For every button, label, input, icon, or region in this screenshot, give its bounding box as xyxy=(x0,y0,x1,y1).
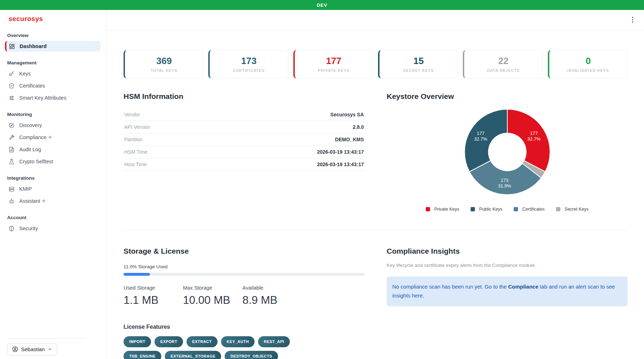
sidebar-item-compliance[interactable]: Compliance ✧ xyxy=(5,132,101,143)
sidebar-item-label: Audit Log xyxy=(19,147,41,152)
sidebar-item-label: Security xyxy=(19,226,38,231)
stat-value: 173 xyxy=(241,56,256,65)
storage-progress-bar xyxy=(124,273,365,276)
sidebar-footer: Sebastian xyxy=(0,338,106,359)
license-feature-badge-destroy_objects: DESTROY_OBJECTS xyxy=(225,351,278,359)
legend-item-private-keys[interactable]: Private Keys xyxy=(426,207,459,212)
legend-item-certificates[interactable]: Certificates xyxy=(514,207,545,212)
compliance-subtitle: Key lifecycle and certificate expiry ale… xyxy=(387,263,628,268)
sidebar-item-discovery[interactable]: Discovery xyxy=(5,120,101,131)
license-features-title: License Features xyxy=(124,324,365,330)
certificate-icon xyxy=(9,83,15,89)
legend-item-public-keys[interactable]: Public Keys xyxy=(471,207,502,212)
stat-label: SECRET KEYS xyxy=(403,68,434,73)
sidebar-item-kmip[interactable]: KMIP xyxy=(5,184,101,194)
hsm-info-value: 2026-03-19 13:43:17 xyxy=(317,162,364,167)
sidebar-item-label: Dashboard xyxy=(20,43,47,49)
storage-stat-available: Available8.9 MB xyxy=(242,285,302,307)
dashboard-content: 369TOTAL KEYS173CERTIFICATES177PRIVATE K… xyxy=(106,31,644,359)
storage-usage-label: 11.0% Storage Used xyxy=(124,264,365,269)
sidebar-item-label: Crypto Selftest xyxy=(19,159,53,164)
legend-swatch xyxy=(426,207,430,211)
sidebar-item-audit-log[interactable]: Audit Log xyxy=(5,144,101,155)
hsm-info-value: Securosys SA xyxy=(330,112,364,117)
legend-label: Secret Keys xyxy=(565,207,588,212)
sliders-icon xyxy=(9,95,15,101)
stat-label: TOTAL KEYS xyxy=(151,68,177,73)
key-icon xyxy=(9,71,15,77)
license-feature-badge-rest_api: REST_API xyxy=(258,336,290,347)
sidebar-item-assistant[interactable]: Assistant ✧ xyxy=(5,196,101,206)
sidebar-item-crypto-selftest[interactable]: Crypto Selftest xyxy=(5,156,101,167)
flask-icon xyxy=(9,159,15,165)
stat-card-certificates: 173CERTIFICATES xyxy=(208,50,288,79)
storage-stat-label: Used Storage xyxy=(124,285,183,291)
legend-swatch xyxy=(514,207,518,211)
storage-license-section: Storage & License 11.0% Storage Used Use… xyxy=(124,247,365,359)
gavel-icon xyxy=(9,134,15,141)
hsm-information-section: HSM Information VendorSecurosys SAAPI Ve… xyxy=(124,92,365,212)
license-feature-badge-extract: EXTRACT xyxy=(187,336,218,347)
license-feature-badge-tsb_engine: TSB_ENGINE xyxy=(124,351,161,359)
file-text-icon xyxy=(9,147,15,153)
compliance-tab-reference: Compliance xyxy=(508,284,538,290)
hsm-info-label: HSM Time xyxy=(124,149,147,155)
compliance-insights-section: Compliance Insights Key lifecycle and ce… xyxy=(387,247,628,359)
hsm-info-label: Partition xyxy=(124,137,142,142)
sidebar-item-label: Keys xyxy=(19,71,31,76)
storage-progress-fill xyxy=(124,273,150,276)
stat-value: 15 xyxy=(413,56,424,65)
compass-icon xyxy=(9,122,15,128)
keystore-donut-chart: 17732.7%17331.9%17732.7% xyxy=(387,106,628,198)
user-icon xyxy=(12,346,18,352)
sidebar-item-smart-key-attributes[interactable]: Smart Key Attributes xyxy=(5,93,101,103)
storage-stat-label: Max Storage xyxy=(183,285,242,291)
sidebar: securosys OverviewDashboardManagementKey… xyxy=(0,10,106,359)
hsm-info-row: API Version2.8.0 xyxy=(124,121,365,133)
license-feature-badge-import: IMPORT xyxy=(124,336,151,347)
stat-label: CERTIFICATES xyxy=(233,68,265,73)
dashboard-icon xyxy=(9,43,15,49)
keystore-overview-title: Keystore Overview xyxy=(387,92,628,101)
stat-value: 22 xyxy=(498,56,509,65)
legend-item-secret-keys[interactable]: Secret Keys xyxy=(556,207,588,212)
main-area: 369TOTAL KEYS173CERTIFICATES177PRIVATE K… xyxy=(106,10,644,359)
hsm-info-label: Host Time xyxy=(124,162,147,167)
storage-stat-max-storage: Max Storage10.00 MB xyxy=(183,285,242,307)
overflow-menu-button[interactable] xyxy=(628,15,637,25)
hsm-info-row: PartitionDEMO_KMS xyxy=(124,133,365,146)
stat-value: 177 xyxy=(326,56,341,65)
chart-legend: Private KeysPublic KeysCertificatesSecre… xyxy=(387,207,628,212)
section-divider xyxy=(124,230,628,231)
nav-section-label-management: Management xyxy=(0,60,106,65)
storage-stat-used-storage: Used Storage1.1 MB xyxy=(124,285,183,307)
sidebar-item-label: Compliance ✧ xyxy=(19,134,52,140)
stat-card-total-keys: 369TOTAL KEYS xyxy=(124,50,203,79)
stats-row: 369TOTAL KEYS173CERTIFICATES177PRIVATE K… xyxy=(124,50,628,79)
user-name: Sebastian xyxy=(21,346,45,352)
stat-value: 0 xyxy=(586,56,591,65)
compliance-alert-text: No compliance scan has been run yet. Go … xyxy=(392,284,508,290)
sidebar-item-dashboard[interactable]: Dashboard xyxy=(5,41,101,52)
user-menu-button[interactable]: Sebastian xyxy=(7,343,57,355)
stat-value: 369 xyxy=(156,56,172,65)
sidebar-item-security[interactable]: Security xyxy=(5,223,101,234)
environment-label: DEV xyxy=(317,2,328,8)
sidebar-item-certificates[interactable]: Certificates xyxy=(5,80,101,91)
sidebar-item-keys[interactable]: Keys xyxy=(5,68,101,79)
robot-icon xyxy=(9,198,15,204)
stat-label: PRIVATE KEYS xyxy=(318,68,350,73)
nav-section-label-integrations: Integrations xyxy=(0,175,106,181)
license-feature-badge-external_storage: EXTERNAL_STORAGE xyxy=(165,351,221,359)
sidebar-item-label: Certificates xyxy=(19,83,45,89)
stat-label: INVALIDATED KEYS xyxy=(567,68,609,73)
hsm-information-title: HSM Information xyxy=(124,92,365,101)
chevron-down-icon xyxy=(48,347,52,352)
license-features-badges: IMPORTEXPORTEXTRACTKEY_AUTHREST_APITSB_E… xyxy=(124,336,323,359)
environment-banner: DEV xyxy=(0,0,644,10)
stat-card-secret-keys: 15SECRET KEYS xyxy=(378,50,458,79)
hsm-information-table: VendorSecurosys SAAPI Version2.8.0Partit… xyxy=(124,109,365,171)
stat-label: DATA OBJECTS xyxy=(487,68,520,73)
license-feature-badge-export: EXPORT xyxy=(155,336,183,347)
sidebar-nav: OverviewDashboardManagementKeysCertifica… xyxy=(0,33,106,234)
